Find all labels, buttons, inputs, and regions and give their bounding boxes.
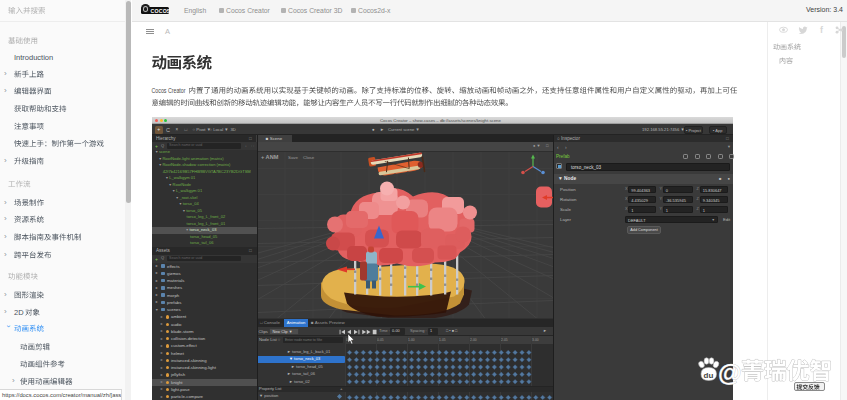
svg-text:f: f [820,25,824,35]
svg-text:Cocos Creator: Cocos Creator [152,86,186,95]
